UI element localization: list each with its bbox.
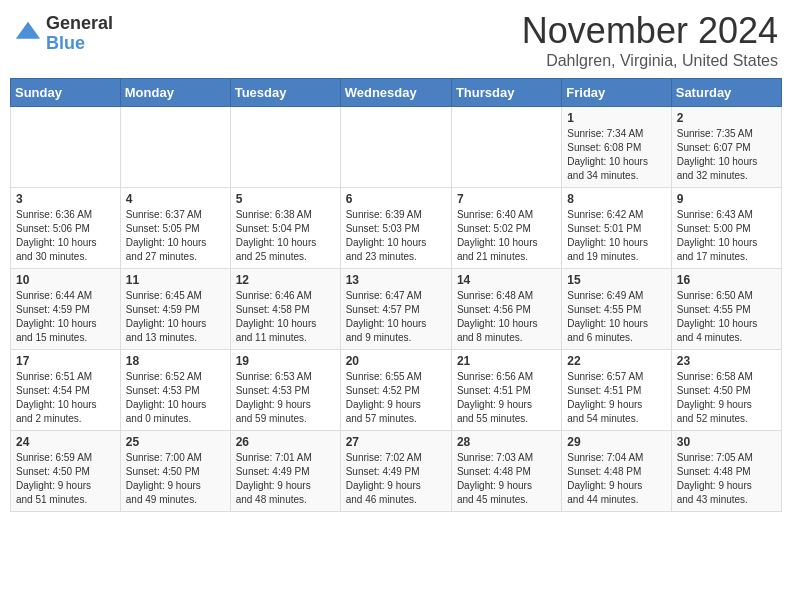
col-header-friday: Friday: [562, 79, 671, 107]
day-number: 8: [567, 192, 665, 206]
day-number: 9: [677, 192, 776, 206]
calendar-cell: [120, 107, 230, 188]
cell-content: Sunrise: 6:43 AMSunset: 5:00 PMDaylight:…: [677, 208, 776, 264]
col-header-tuesday: Tuesday: [230, 79, 340, 107]
logo-blue: Blue: [46, 34, 113, 54]
logo: General Blue: [14, 14, 113, 54]
cell-content: Sunrise: 6:52 AMSunset: 4:53 PMDaylight:…: [126, 370, 225, 426]
calendar-cell: 24Sunrise: 6:59 AMSunset: 4:50 PMDayligh…: [11, 431, 121, 512]
col-header-wednesday: Wednesday: [340, 79, 451, 107]
cell-content: Sunrise: 7:35 AMSunset: 6:07 PMDaylight:…: [677, 127, 776, 183]
cell-content: Sunrise: 6:59 AMSunset: 4:50 PMDaylight:…: [16, 451, 115, 507]
calendar-cell: 10Sunrise: 6:44 AMSunset: 4:59 PMDayligh…: [11, 269, 121, 350]
cell-content: Sunrise: 6:45 AMSunset: 4:59 PMDaylight:…: [126, 289, 225, 345]
cell-content: Sunrise: 6:49 AMSunset: 4:55 PMDaylight:…: [567, 289, 665, 345]
day-number: 5: [236, 192, 335, 206]
calendar: SundayMondayTuesdayWednesdayThursdayFrid…: [10, 78, 782, 512]
calendar-cell: 30Sunrise: 7:05 AMSunset: 4:48 PMDayligh…: [671, 431, 781, 512]
day-number: 10: [16, 273, 115, 287]
calendar-cell: 28Sunrise: 7:03 AMSunset: 4:48 PMDayligh…: [451, 431, 561, 512]
calendar-week-row: 10Sunrise: 6:44 AMSunset: 4:59 PMDayligh…: [11, 269, 782, 350]
day-number: 17: [16, 354, 115, 368]
calendar-cell: 11Sunrise: 6:45 AMSunset: 4:59 PMDayligh…: [120, 269, 230, 350]
cell-content: Sunrise: 7:34 AMSunset: 6:08 PMDaylight:…: [567, 127, 665, 183]
day-number: 7: [457, 192, 556, 206]
cell-content: Sunrise: 6:58 AMSunset: 4:50 PMDaylight:…: [677, 370, 776, 426]
location-title: Dahlgren, Virginia, United States: [522, 52, 778, 70]
day-number: 11: [126, 273, 225, 287]
cell-content: Sunrise: 7:05 AMSunset: 4:48 PMDaylight:…: [677, 451, 776, 507]
day-number: 19: [236, 354, 335, 368]
header: General Blue November 2024 Dahlgren, Vir…: [10, 10, 782, 70]
day-number: 23: [677, 354, 776, 368]
day-number: 30: [677, 435, 776, 449]
calendar-cell: 7Sunrise: 6:40 AMSunset: 5:02 PMDaylight…: [451, 188, 561, 269]
day-number: 14: [457, 273, 556, 287]
calendar-week-row: 24Sunrise: 6:59 AMSunset: 4:50 PMDayligh…: [11, 431, 782, 512]
calendar-cell: 6Sunrise: 6:39 AMSunset: 5:03 PMDaylight…: [340, 188, 451, 269]
day-number: 3: [16, 192, 115, 206]
cell-content: Sunrise: 6:38 AMSunset: 5:04 PMDaylight:…: [236, 208, 335, 264]
day-number: 27: [346, 435, 446, 449]
day-number: 20: [346, 354, 446, 368]
cell-content: Sunrise: 6:44 AMSunset: 4:59 PMDaylight:…: [16, 289, 115, 345]
calendar-cell: 2Sunrise: 7:35 AMSunset: 6:07 PMDaylight…: [671, 107, 781, 188]
calendar-week-row: 1Sunrise: 7:34 AMSunset: 6:08 PMDaylight…: [11, 107, 782, 188]
calendar-cell: 19Sunrise: 6:53 AMSunset: 4:53 PMDayligh…: [230, 350, 340, 431]
calendar-week-row: 17Sunrise: 6:51 AMSunset: 4:54 PMDayligh…: [11, 350, 782, 431]
month-title: November 2024: [522, 10, 778, 52]
cell-content: Sunrise: 6:50 AMSunset: 4:55 PMDaylight:…: [677, 289, 776, 345]
cell-content: Sunrise: 7:00 AMSunset: 4:50 PMDaylight:…: [126, 451, 225, 507]
cell-content: Sunrise: 6:48 AMSunset: 4:56 PMDaylight:…: [457, 289, 556, 345]
cell-content: Sunrise: 6:37 AMSunset: 5:05 PMDaylight:…: [126, 208, 225, 264]
cell-content: Sunrise: 6:42 AMSunset: 5:01 PMDaylight:…: [567, 208, 665, 264]
day-number: 29: [567, 435, 665, 449]
calendar-cell: 1Sunrise: 7:34 AMSunset: 6:08 PMDaylight…: [562, 107, 671, 188]
cell-content: Sunrise: 6:56 AMSunset: 4:51 PMDaylight:…: [457, 370, 556, 426]
calendar-cell: 4Sunrise: 6:37 AMSunset: 5:05 PMDaylight…: [120, 188, 230, 269]
col-header-sunday: Sunday: [11, 79, 121, 107]
cell-content: Sunrise: 6:40 AMSunset: 5:02 PMDaylight:…: [457, 208, 556, 264]
logo-general: General: [46, 14, 113, 34]
calendar-week-row: 3Sunrise: 6:36 AMSunset: 5:06 PMDaylight…: [11, 188, 782, 269]
day-number: 13: [346, 273, 446, 287]
svg-marker-0: [16, 22, 40, 39]
calendar-header-row: SundayMondayTuesdayWednesdayThursdayFrid…: [11, 79, 782, 107]
cell-content: Sunrise: 6:57 AMSunset: 4:51 PMDaylight:…: [567, 370, 665, 426]
day-number: 12: [236, 273, 335, 287]
cell-content: Sunrise: 6:55 AMSunset: 4:52 PMDaylight:…: [346, 370, 446, 426]
cell-content: Sunrise: 6:36 AMSunset: 5:06 PMDaylight:…: [16, 208, 115, 264]
day-number: 2: [677, 111, 776, 125]
calendar-cell: [230, 107, 340, 188]
calendar-cell: 5Sunrise: 6:38 AMSunset: 5:04 PMDaylight…: [230, 188, 340, 269]
day-number: 1: [567, 111, 665, 125]
day-number: 6: [346, 192, 446, 206]
calendar-cell: 26Sunrise: 7:01 AMSunset: 4:49 PMDayligh…: [230, 431, 340, 512]
day-number: 22: [567, 354, 665, 368]
calendar-cell: 21Sunrise: 6:56 AMSunset: 4:51 PMDayligh…: [451, 350, 561, 431]
calendar-cell: [11, 107, 121, 188]
calendar-cell: 13Sunrise: 6:47 AMSunset: 4:57 PMDayligh…: [340, 269, 451, 350]
calendar-cell: 18Sunrise: 6:52 AMSunset: 4:53 PMDayligh…: [120, 350, 230, 431]
cell-content: Sunrise: 7:04 AMSunset: 4:48 PMDaylight:…: [567, 451, 665, 507]
calendar-cell: 20Sunrise: 6:55 AMSunset: 4:52 PMDayligh…: [340, 350, 451, 431]
calendar-cell: 29Sunrise: 7:04 AMSunset: 4:48 PMDayligh…: [562, 431, 671, 512]
calendar-cell: 9Sunrise: 6:43 AMSunset: 5:00 PMDaylight…: [671, 188, 781, 269]
calendar-cell: 23Sunrise: 6:58 AMSunset: 4:50 PMDayligh…: [671, 350, 781, 431]
calendar-cell: [340, 107, 451, 188]
title-area: November 2024 Dahlgren, Virginia, United…: [522, 10, 778, 70]
day-number: 28: [457, 435, 556, 449]
day-number: 25: [126, 435, 225, 449]
calendar-cell: 3Sunrise: 6:36 AMSunset: 5:06 PMDaylight…: [11, 188, 121, 269]
cell-content: Sunrise: 6:46 AMSunset: 4:58 PMDaylight:…: [236, 289, 335, 345]
calendar-cell: 16Sunrise: 6:50 AMSunset: 4:55 PMDayligh…: [671, 269, 781, 350]
calendar-cell: 12Sunrise: 6:46 AMSunset: 4:58 PMDayligh…: [230, 269, 340, 350]
calendar-cell: 14Sunrise: 6:48 AMSunset: 4:56 PMDayligh…: [451, 269, 561, 350]
cell-content: Sunrise: 7:03 AMSunset: 4:48 PMDaylight:…: [457, 451, 556, 507]
cell-content: Sunrise: 6:47 AMSunset: 4:57 PMDaylight:…: [346, 289, 446, 345]
calendar-cell: 15Sunrise: 6:49 AMSunset: 4:55 PMDayligh…: [562, 269, 671, 350]
calendar-cell: [451, 107, 561, 188]
day-number: 16: [677, 273, 776, 287]
cell-content: Sunrise: 7:02 AMSunset: 4:49 PMDaylight:…: [346, 451, 446, 507]
col-header-saturday: Saturday: [671, 79, 781, 107]
